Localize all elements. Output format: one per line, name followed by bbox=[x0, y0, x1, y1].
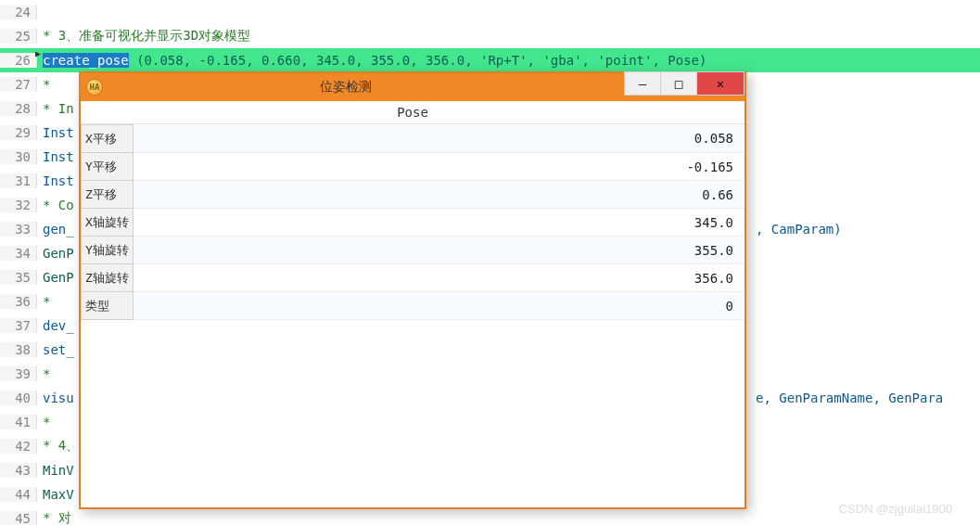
pose-row-label: Z平移 bbox=[82, 181, 134, 209]
code-tail: , CamParam) bbox=[756, 222, 842, 237]
pose-row-value: -0.165 bbox=[133, 153, 745, 181]
minimize-button[interactable]: — bbox=[624, 71, 661, 96]
code-text: * bbox=[37, 366, 50, 381]
execution-arrow: ▶ bbox=[35, 48, 41, 58]
window-buttons: — □ ✕ bbox=[625, 73, 745, 101]
line-number: 35 bbox=[0, 270, 37, 285]
close-button[interactable]: ✕ bbox=[696, 71, 745, 96]
line-number: 37 bbox=[0, 318, 37, 333]
pose-row-value: 0 bbox=[133, 292, 745, 320]
pose-row-label: X轴旋转 bbox=[82, 209, 134, 237]
pose-row[interactable]: Y平移-0.165 bbox=[82, 153, 745, 181]
highlighted-function: create_pose bbox=[43, 53, 129, 68]
pose-row-label: Z轴旋转 bbox=[82, 264, 134, 292]
code-text: GenP bbox=[37, 270, 74, 285]
pose-table-header: Pose bbox=[81, 101, 745, 124]
pose-row-value: 356.0 bbox=[133, 264, 745, 292]
line-number: 30 bbox=[0, 149, 37, 164]
dialog-body: Pose X平移0.058Y平移-0.165Z平移0.66X轴旋转345.0Y轴… bbox=[81, 101, 745, 320]
watermark: CSDN @zjguilai1900 bbox=[839, 502, 952, 516]
pose-row[interactable]: Y轴旋转355.0 bbox=[82, 237, 745, 264]
code-text: * 4、 bbox=[37, 438, 79, 455]
line-number: 27 bbox=[0, 77, 37, 92]
line-number: 42 bbox=[0, 439, 37, 454]
pose-row-label: 类型 bbox=[82, 292, 134, 320]
line-number: 38 bbox=[0, 342, 37, 357]
pose-dialog: HA 位姿检测 — □ ✕ Pose X平移0.058Y平移-0.165Z平移0… bbox=[79, 71, 746, 509]
code-tail: e, GenParamName, GenPara bbox=[756, 391, 943, 405]
code-text: MaxV bbox=[37, 487, 74, 502]
pose-row-label: Y平移 bbox=[82, 153, 134, 181]
line-number: 24 bbox=[0, 5, 37, 19]
pose-row[interactable]: Z轴旋转356.0 bbox=[82, 264, 745, 292]
line-number: 34 bbox=[0, 246, 37, 261]
line-number: 44 bbox=[0, 487, 37, 502]
line-number: 45 bbox=[0, 511, 37, 525]
line-number: 29 bbox=[0, 125, 37, 140]
code-text: * 对 bbox=[37, 510, 71, 525]
code-text: visu bbox=[37, 391, 74, 405]
code-text: * In bbox=[37, 101, 74, 116]
line-number: 25 bbox=[0, 29, 37, 44]
maximize-button[interactable]: □ bbox=[660, 71, 697, 96]
code-line-25[interactable]: 25* 3、准备可视化并显示3D对象模型 bbox=[0, 24, 980, 48]
line-number: 31 bbox=[0, 173, 37, 188]
code-line-45[interactable]: 45* 对 bbox=[0, 506, 980, 525]
pose-row-label: Y轴旋转 bbox=[82, 237, 134, 264]
pose-row-value: 0.058 bbox=[133, 125, 745, 153]
function-args: (0.058, -0.165, 0.660, 345.0, 355.0, 356… bbox=[129, 53, 707, 68]
pose-row[interactable]: 类型0 bbox=[82, 292, 745, 320]
code-text: Inst bbox=[37, 125, 74, 140]
line-number: 26 bbox=[0, 53, 37, 68]
code-text: GenP bbox=[37, 246, 74, 261]
code-text: * bbox=[37, 415, 50, 429]
pose-row-value: 355.0 bbox=[133, 237, 745, 264]
code-text: * Co bbox=[37, 198, 74, 212]
line-number: 39 bbox=[0, 366, 37, 381]
pose-row[interactable]: X平移0.058 bbox=[82, 125, 745, 153]
code-text: Inst bbox=[37, 149, 74, 164]
code-text: set_ bbox=[37, 342, 74, 357]
code-text: * 3、准备可视化并显示3D对象模型 bbox=[37, 28, 250, 45]
line-number: 40 bbox=[0, 391, 37, 405]
code-text: MinV bbox=[37, 463, 74, 478]
code-text: create_pose (0.058, -0.165, 0.660, 345.0… bbox=[37, 53, 706, 68]
code-text: dev_ bbox=[37, 318, 74, 333]
line-number: 43 bbox=[0, 463, 37, 478]
code-text: * bbox=[37, 294, 50, 309]
pose-row-label: X平移 bbox=[82, 125, 134, 153]
dialog-title: 位姿检测 bbox=[66, 79, 625, 96]
pose-table: X平移0.058Y平移-0.165Z平移0.66X轴旋转345.0Y轴旋转355… bbox=[81, 124, 745, 320]
code-text: * bbox=[37, 77, 50, 92]
line-number: 28 bbox=[0, 101, 37, 116]
line-number: 36 bbox=[0, 294, 37, 309]
dialog-titlebar[interactable]: HA 位姿检测 — □ ✕ bbox=[81, 73, 745, 101]
code-text: Inst bbox=[37, 173, 74, 188]
code-line-26[interactable]: 26create_pose (0.058, -0.165, 0.660, 345… bbox=[0, 48, 980, 72]
pose-row-value: 345.0 bbox=[133, 209, 745, 237]
pose-row-value: 0.66 bbox=[133, 181, 745, 209]
code-text: gen_ bbox=[37, 222, 74, 237]
line-number: 41 bbox=[0, 415, 37, 429]
pose-row[interactable]: Z平移0.66 bbox=[82, 181, 745, 209]
code-line-24[interactable]: 24 bbox=[0, 0, 980, 24]
line-number: 33 bbox=[0, 222, 37, 237]
line-number: 32 bbox=[0, 198, 37, 212]
pose-row[interactable]: X轴旋转345.0 bbox=[82, 209, 745, 237]
